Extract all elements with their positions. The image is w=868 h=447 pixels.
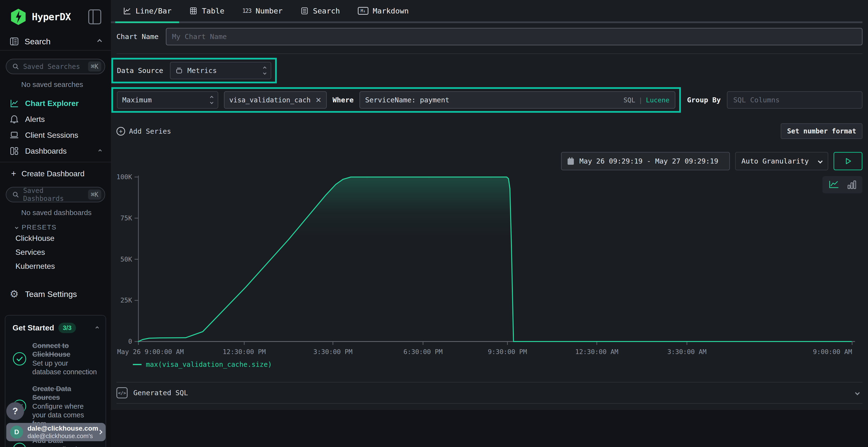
avatar: D [10, 425, 23, 439]
tab-label: Search [313, 6, 340, 15]
hyperdx-logo-icon [10, 8, 27, 26]
table-icon [189, 7, 197, 15]
sidebar-item-chart-explorer[interactable]: Chart Explorer [0, 95, 111, 111]
chart-svg[interactable]: 025K50K75K100KMay 26 9:00:00 AM12:30:00 … [117, 173, 863, 359]
get-started-item[interactable]: Create Data Sources Configure where your… [12, 384, 98, 428]
create-dashboard-button[interactable]: + Create Dashboard [0, 166, 111, 182]
get-started-item[interactable]: Connect to ClickHouse Set up your databa… [12, 341, 98, 376]
where-filter-value: ServiceName: payment [365, 96, 623, 104]
data-source-select[interactable]: Metrics [170, 62, 271, 79]
legend-label: max(visa_validation_cache.size) [146, 360, 272, 369]
saved-searches-placeholder: Saved Searches [23, 63, 88, 71]
svg-text:50K: 50K [120, 255, 132, 263]
saved-dashboards-placeholder: Saved Dashboards [23, 187, 88, 203]
granularity-select[interactable]: Auto Granularity [735, 152, 828, 170]
get-started-item-desc: Set up your database connection [32, 359, 98, 376]
team-settings-label: Team Settings [25, 289, 77, 299]
team-settings-button[interactable]: ⚙ Team Settings [0, 286, 111, 302]
chevron-up-icon[interactable] [95, 326, 99, 330]
aggregation-value: Maximum [122, 96, 211, 104]
presets-toggle[interactable]: PRESETS [16, 224, 111, 231]
svg-text:25K: 25K [120, 297, 132, 304]
preset-item-clickhouse[interactable]: ClickHouse [0, 231, 111, 245]
add-series-button[interactable]: + Add Series [117, 127, 171, 136]
data-source-label: Data Source [117, 66, 163, 75]
tab-table[interactable]: Table [182, 0, 232, 22]
saved-dashboards-input[interactable]: Saved Dashboards ⌘K [6, 187, 105, 202]
metric-field-tag[interactable]: visa_validation_cach ✕ [224, 91, 327, 109]
chevron-up-icon[interactable] [98, 149, 102, 153]
preset-item-kubernetes[interactable]: Kubernetes [0, 259, 111, 273]
presets-label: PRESETS [22, 224, 57, 231]
chevron-down-icon [855, 390, 860, 395]
main-area: Line/Bar Table 123 Number [111, 0, 868, 447]
bar-style-icon[interactable] [846, 179, 857, 190]
generated-sql-label: Generated SQL [133, 389, 188, 397]
tab-line-bar[interactable]: Line/Bar [115, 0, 179, 22]
sidebar-collapse-icon[interactable] [88, 9, 101, 24]
help-button[interactable]: ? [6, 402, 24, 420]
sidebar-item-dashboards[interactable]: Dashboards [0, 143, 111, 159]
tab-number[interactable]: 123 Number [235, 0, 290, 22]
shortcut-badge: ⌘K [88, 190, 101, 200]
chevron-up-down-icon [211, 96, 213, 104]
user-menu[interactable]: D dale@clickhouse.com dale@clickhouse.co… [6, 423, 105, 441]
chart-explorer-icon [10, 99, 19, 108]
sidebar-item-alerts[interactable]: Alerts [0, 111, 111, 127]
sidebar-section-search[interactable]: Search [0, 33, 111, 50]
where-label: Where [333, 96, 353, 104]
query-language-toggle: SQL | Lucene [623, 96, 670, 104]
main-panel: Line/Bar Table 123 Number [111, 0, 868, 410]
svg-text:6:30:00 PM: 6:30:00 PM [403, 348, 443, 355]
chart-builder: Chart Name Data Source Metrics [111, 28, 868, 404]
plus-icon: + [11, 169, 16, 179]
chevron-up-icon[interactable] [97, 39, 102, 44]
code-icon: </> [117, 387, 128, 398]
no-saved-dashboards-note: No saved dashboards [21, 209, 111, 217]
gear-icon: ⚙ [10, 289, 19, 299]
where-filter-input[interactable]: ServiceName: payment SQL | Lucene [360, 91, 675, 109]
aggregation-select[interactable]: Maximum [117, 91, 218, 109]
preset-item-services[interactable]: Services [0, 245, 111, 259]
legend-line-swatch [133, 364, 142, 365]
get-started-title: Get Started [12, 323, 54, 332]
lucene-toggle-button[interactable]: Lucene [646, 96, 670, 104]
create-dashboard-label: Create Dashboard [22, 169, 84, 178]
user-email: dale@clickhouse.com [28, 424, 98, 432]
granularity-value: Auto Granularity [741, 157, 818, 165]
line-style-icon[interactable] [828, 179, 839, 190]
tab-markdown[interactable]: M↓ Markdown [350, 0, 416, 22]
generated-sql-accordion[interactable]: </> Generated SQL [117, 382, 863, 404]
nav-label: Client Sessions [25, 131, 79, 140]
app-title: HyperDX [32, 11, 88, 23]
number-123-icon: 123 [242, 7, 251, 14]
nav-label: Dashboards [25, 147, 67, 156]
set-number-format-button[interactable]: Set number format [781, 123, 863, 139]
check-circle-icon [12, 352, 27, 366]
sidebar-item-client-sessions[interactable]: Client Sessions [0, 127, 111, 143]
saved-searches-input[interactable]: Saved Searches ⌘K [6, 59, 105, 74]
svg-text:May 26 9:00:00 AM: May 26 9:00:00 AM [117, 348, 184, 355]
svg-text:12:30:00 AM: 12:30:00 AM [575, 348, 618, 355]
tab-label: Table [202, 6, 224, 15]
close-icon[interactable]: ✕ [315, 96, 321, 104]
group-by-input[interactable] [727, 91, 863, 109]
run-query-button[interactable] [834, 152, 863, 170]
markdown-icon: M↓ [358, 7, 368, 15]
tab-search[interactable]: Search [293, 0, 348, 22]
svg-text:3:30:00 PM: 3:30:00 PM [313, 348, 352, 355]
date-range-input[interactable]: May 26 09:29:19 - May 27 09:29:19 [561, 152, 730, 170]
bell-icon [10, 115, 19, 124]
chart-type-tabs: Line/Bar Table 123 Number [111, 0, 863, 23]
get-started-item-title: Connect to ClickHouse [32, 341, 98, 359]
series-highlight-box: Maximum visa_validation_cach ✕ Where Ser… [112, 87, 681, 113]
add-series-label: Add Series [129, 127, 171, 135]
nav-label: Alerts [25, 115, 45, 124]
svg-text:12:30:00 PM: 12:30:00 PM [223, 348, 266, 355]
logo-row: HyperDX [0, 0, 111, 33]
chart-name-input[interactable] [166, 28, 863, 45]
sql-toggle-button[interactable]: SQL [623, 96, 635, 104]
date-range-value: May 26 09:29:19 - May 27 09:29:19 [579, 157, 718, 165]
chevron-down-icon [15, 226, 18, 229]
svg-text:75K: 75K [120, 214, 132, 222]
